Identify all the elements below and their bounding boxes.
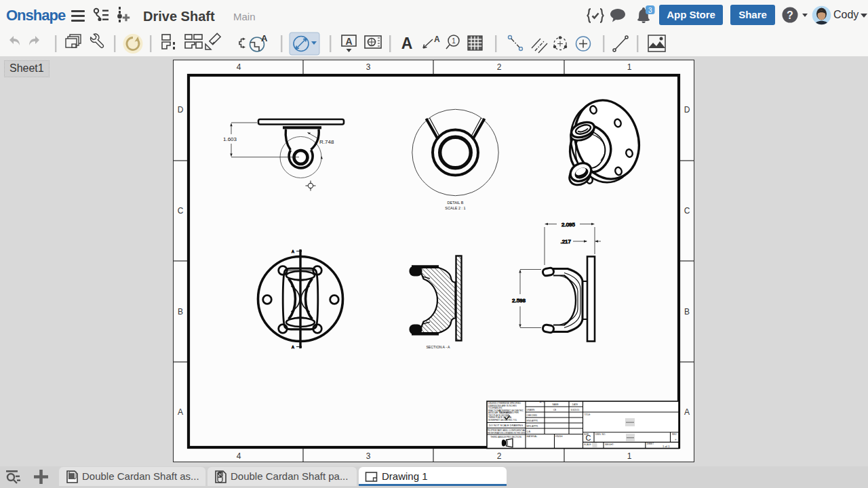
svg-text:A: A: [178, 407, 183, 417]
svg-text:+: +: [675, 438, 677, 441]
svg-text:DRAWN: DRAWN: [527, 409, 536, 411]
svg-text:R.748: R.748: [319, 139, 334, 145]
svg-text:1: 1: [627, 451, 632, 461]
svg-text:B: B: [178, 307, 183, 317]
svg-text:CB: CB: [553, 409, 556, 411]
svg-text:C: C: [586, 434, 591, 442]
svg-text:SHEET: SHEET: [647, 443, 654, 445]
svg-text:C: C: [178, 206, 184, 216]
svg-text:SCALE 2 : 1: SCALE 2 : 1: [445, 206, 465, 210]
svg-text:3: 3: [366, 451, 371, 461]
svg-text:Q.A.: Q.A.: [527, 430, 531, 433]
svg-text:2.095: 2.095: [561, 222, 576, 228]
svg-text:2.598: 2.598: [512, 298, 526, 304]
svg-text:C: C: [684, 206, 690, 216]
svg-text:CHECKED: CHECKED: [527, 414, 538, 417]
svg-text:NAME: NAME: [552, 403, 558, 406]
svg-text:.217: .217: [560, 239, 571, 245]
svg-text:DETAIL B: DETAIL B: [448, 201, 464, 205]
svg-text:TITLE:: TITLE:: [585, 413, 591, 416]
svg-text:1: 1: [452, 37, 456, 45]
svg-text:SECTION A - A: SECTION A - A: [426, 345, 450, 349]
svg-text:2: 2: [497, 62, 502, 72]
svg-text:MATERIAL: MATERIAL: [527, 435, 538, 438]
svg-text:THIRD ANGLE PROJECTION: THIRD ANGLE PROJECTION: [490, 436, 521, 439]
svg-text:A: A: [345, 36, 352, 47]
svg-text:A: A: [434, 35, 440, 44]
svg-text:4: 4: [237, 62, 241, 72]
svg-text:TOLERANCING PER:: TOLERANCING PER:: [499, 411, 519, 414]
svg-text:A: A: [684, 407, 690, 417]
svg-text:2: 2: [497, 451, 502, 461]
svg-text:A: A: [401, 35, 413, 52]
svg-text:APV: APV: [540, 401, 545, 403]
svg-text:WEIGHT:: WEIGHT:: [605, 443, 614, 446]
svg-text:1: 1: [627, 62, 632, 72]
svg-text:PROPRIETARY AND CONFIDENTIAL: PROPRIETARY AND CONFIDENTIAL: [486, 429, 526, 432]
svg-text:D: D: [178, 105, 184, 115]
svg-text:6/4/2015: 6/4/2015: [571, 409, 580, 411]
svg-text:3: 3: [648, 7, 652, 14]
svg-text:DO NOT SCALE DRAWING: DO NOT SCALE DRAWING: [489, 424, 523, 427]
svg-text:INTERPRET GEOMETRIC TOL: INTERPRET GEOMETRIC TOL: [488, 419, 517, 422]
svg-text:1 of 1: 1 of 1: [663, 445, 670, 448]
svg-text:?: ?: [787, 9, 793, 21]
svg-text:A: A: [261, 33, 268, 43]
svg-text:4: 4: [237, 451, 241, 461]
svg-text:FINISH: FINISH: [555, 435, 563, 438]
svg-text:ENG APPR.: ENG APPR.: [527, 420, 538, 422]
svg-text:MFG APPR.: MFG APPR.: [527, 425, 538, 428]
svg-text:B: B: [684, 307, 690, 317]
svg-text:3: 3: [366, 62, 371, 72]
svg-text:1.603: 1.603: [223, 136, 237, 142]
svg-text:D: D: [684, 105, 690, 115]
svg-text:REV: REV: [672, 433, 677, 436]
svg-text:THE INFORMATION CONTAINED IN T: THE INFORMATION CONTAINED IN THIS DWG: [487, 432, 526, 434]
svg-text:DATE: DATE: [572, 403, 578, 406]
svg-text:DWG. NO.: DWG. NO.: [595, 433, 606, 436]
